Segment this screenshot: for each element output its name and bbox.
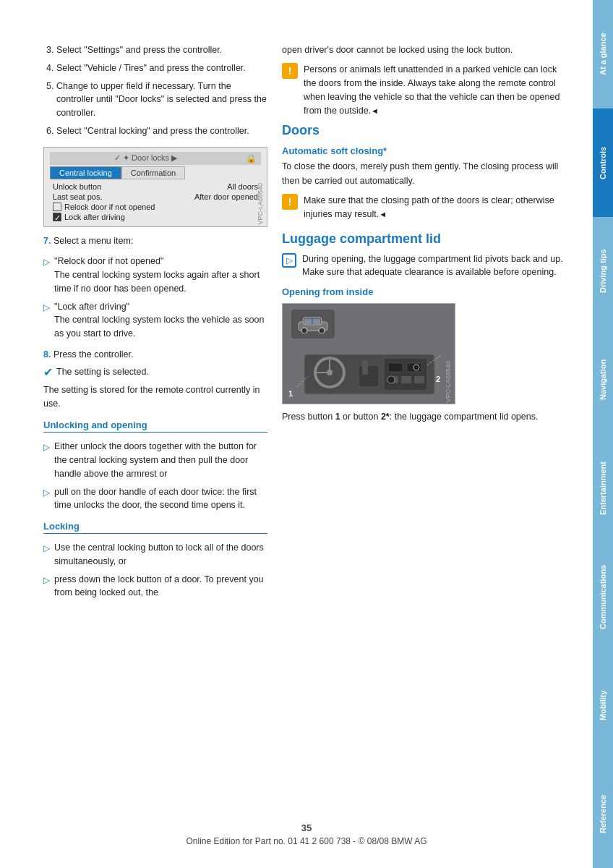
- menu-header-label: ✓ ✦ Door locks ▶: [50, 152, 241, 164]
- page-wrapper: Select "Settings" and press the controll…: [0, 0, 613, 868]
- section-title-soft-closing: Automatic soft closing*: [282, 145, 571, 156]
- sidebar: At a glance Controls Driving tips Naviga…: [593, 0, 613, 868]
- footer-text: Online Edition for Part no. 01 41 2 600 …: [186, 836, 426, 846]
- step-6: Select "Central locking" and press the c…: [56, 124, 267, 138]
- menu-header: ✓ ✦ Door locks ▶ 🔒: [50, 152, 261, 165]
- car-image-placeholder: 1 2 VPC-LA68548: [283, 304, 455, 404]
- sidebar-tab-at-glance[interactable]: At a glance: [593, 0, 613, 109]
- car-image-box: 1 2 VPC-LA68548: [282, 303, 455, 404]
- step-4: Select "Vehicle / Tires" and press the c…: [56, 61, 267, 75]
- watermark-left: VPC-LA68540: [257, 183, 264, 225]
- info-box-luggage: ▷ During opening, the luggage compartmen…: [282, 252, 571, 280]
- page-footer: 35 Online Edition for Part no. 01 41 2 6…: [186, 822, 426, 846]
- main-content: Select "Settings" and press the controll…: [0, 0, 593, 868]
- warning-box-2: ! Make sure that the closing path of the…: [282, 194, 571, 221]
- menu-row-seat: Last seat pos. After door opened: [50, 192, 261, 202]
- section-title-locking: Locking: [43, 521, 267, 534]
- locking-bullets: ▷ Use the central locking button to lock…: [43, 541, 267, 600]
- page-number: 35: [186, 822, 426, 833]
- section-title-unlocking: Unlocking and opening: [43, 420, 267, 433]
- info-icon-luggage: ▷: [282, 253, 296, 268]
- continued-text: open driver's door cannot be locked usin…: [282, 43, 571, 57]
- unlocking-bullets: ▷ Either unlock the doors together with …: [43, 440, 267, 512]
- section-title-luggage: Luggage compartment lid: [282, 231, 571, 247]
- menu-checkbox-relock: Relock door if not opened: [50, 202, 261, 212]
- bullet-unlock-2: ▷ pull on the door handle of each door t…: [43, 485, 267, 513]
- sidebar-tab-driving[interactable]: Driving tips: [593, 217, 613, 326]
- step-7-bullets: ▷ "Relock door if not opened" The centra…: [43, 255, 267, 341]
- image-caption: Press button 1 or button 2*: the luggage…: [282, 410, 571, 424]
- menu-row-unlock: Unlock button All doors: [50, 182, 261, 192]
- svg-rect-16: [414, 376, 424, 383]
- dashboard-svg: [290, 318, 449, 398]
- sidebar-tab-communications[interactable]: Communications: [593, 542, 613, 651]
- tab-central-locking: Central locking: [50, 166, 121, 179]
- section-title-opening-inside: Opening from inside: [282, 286, 571, 297]
- step-8-note: ✔ The setting is selected.: [43, 365, 267, 379]
- sidebar-tab-navigation[interactable]: Navigation: [593, 326, 613, 434]
- bullet-lock-driving: ▷ "Lock after driving" The central locki…: [43, 300, 267, 341]
- svg-rect-20: [362, 360, 368, 375]
- menu-checkbox-lock-driving: ✓ Lock after driving: [50, 212, 261, 222]
- sidebar-tab-reference[interactable]: Reference: [593, 760, 613, 868]
- left-column: Select "Settings" and press the controll…: [43, 43, 267, 839]
- button-1-label: 1: [288, 389, 293, 398]
- right-column: open driver's door cannot be locked usin…: [282, 43, 571, 839]
- setting-note: The setting is stored for the remote con…: [43, 383, 267, 412]
- step-8: 8. Press the controller.: [43, 348, 267, 362]
- bullet-lock-1: ▷ Use the central locking button to lock…: [43, 541, 267, 569]
- step-5: Change to upper field if necessary. Turn…: [56, 80, 267, 120]
- tab-confirmation: Confirmation: [121, 166, 185, 179]
- svg-rect-15: [401, 376, 411, 383]
- bullet-lock-2: ▷ press down the lock button of a door. …: [43, 573, 267, 600]
- bullet-unlock-1: ▷ Either unlock the doors together with …: [43, 440, 267, 480]
- svg-rect-12: [388, 363, 403, 372]
- step-3: Select "Settings" and press the controll…: [56, 43, 267, 57]
- checkmark-icon: ✔: [43, 365, 53, 379]
- bullet-relock: ▷ "Relock door if not opened" The centra…: [43, 255, 267, 295]
- menu-image-box: ✓ ✦ Door locks ▶ 🔒 Central locking Confi…: [43, 147, 267, 227]
- svg-point-18: [413, 365, 419, 370]
- soft-closing-body: To close the doors, merely push them gen…: [282, 160, 571, 188]
- sidebar-tab-entertainment[interactable]: Entertainment: [593, 434, 613, 542]
- warning-box-1: ! Persons or animals left unattended in …: [282, 63, 571, 117]
- menu-tabs: Central locking Confirmation: [50, 166, 261, 179]
- steps-list: Select "Settings" and press the controll…: [43, 43, 267, 138]
- warning-icon-1: !: [282, 63, 298, 79]
- warning-icon-2: !: [282, 194, 298, 210]
- sidebar-tab-mobility[interactable]: Mobility: [593, 651, 613, 760]
- lock-icon: 🔒: [241, 152, 261, 165]
- svg-point-17: [387, 376, 395, 383]
- button-2-label: 2: [436, 375, 440, 383]
- step-7: 7. Select a menu item:: [43, 234, 267, 248]
- section-title-doors: Doors: [282, 123, 571, 138]
- sidebar-tab-controls[interactable]: Controls: [593, 109, 613, 217]
- watermark-car-image: VPC-LA68548: [445, 361, 452, 403]
- svg-rect-19: [359, 365, 379, 387]
